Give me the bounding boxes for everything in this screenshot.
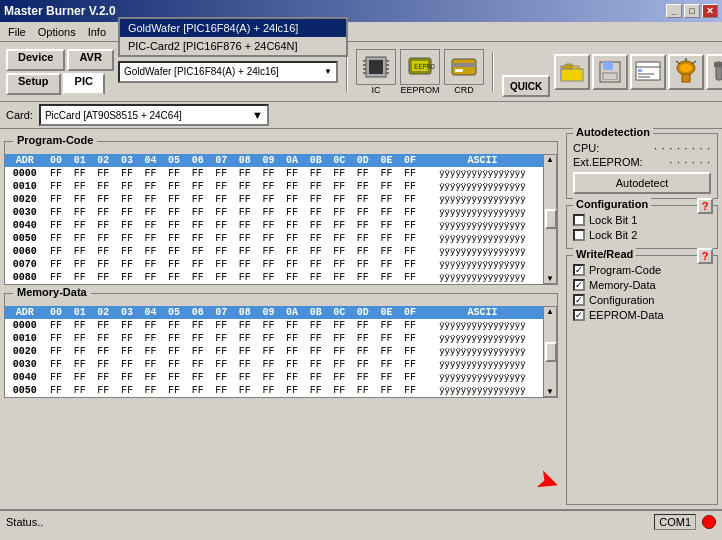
wr-eeprom-data-label: EEPROM-Data [589,309,664,321]
col-0b: 0B [304,154,328,167]
col-09: 09 [257,154,281,167]
write-read-help-button[interactable]: ? [697,248,713,264]
ext-eeprom-label: Ext.EEPROM: [573,156,643,168]
program-code-row[interactable]: 0070FFFFFFFFFFFFFFFFFFFFFFFFFFFFFFFFÿÿÿÿ… [5,258,543,271]
maximize-button[interactable]: □ [684,4,700,18]
mem-scrollbar-thumb[interactable] [545,342,557,362]
menu-options[interactable]: Options [32,24,82,40]
setup-tab[interactable]: Setup [6,73,61,95]
memory-data-scrollbar[interactable]: ▲ ▼ [543,306,557,397]
program-code-group: Program-Code ADR 00 01 02 03 04 0 [4,141,558,285]
pic-tab[interactable]: PIC [63,73,105,95]
svg-rect-15 [455,69,463,72]
svg-line-33 [692,61,696,64]
settings-icon[interactable] [630,54,666,90]
toolbar-separator-1 [346,52,348,92]
program-code-row[interactable]: 0050FFFFFFFFFFFFFFFFFFFFFFFFFFFFFFFFÿÿÿÿ… [5,232,543,245]
col-04: 04 [139,154,163,167]
wr-configuration-row: ✓ Configuration [573,294,711,306]
svg-rect-25 [638,69,642,72]
device-dropdown-popup[interactable]: GoldWafer [PIC16F84(A) + 24lc16] PIC-Car… [118,17,348,57]
col-adr: ADR [5,154,44,167]
wr-configuration-checkbox[interactable]: ✓ [573,294,585,306]
left-panel: Program-Code ADR 00 01 02 03 04 0 [0,129,562,509]
tab-group: Device AVR Setup PIC [6,49,114,95]
configuration-help-button[interactable]: ? [697,198,713,214]
wr-memory-data-label: Memory-Data [589,279,656,291]
program-code-row[interactable]: 0060FFFFFFFFFFFFFFFFFFFFFFFFFFFFFFFFÿÿÿÿ… [5,245,543,258]
col-07: 07 [209,154,233,167]
svg-rect-20 [603,62,613,70]
program-code-row[interactable]: 0080FFFFFFFFFFFFFFFFFFFFFFFFFFFFFFFFÿÿÿÿ… [5,271,543,284]
eeprom-icon[interactable]: EEPROM [400,49,440,85]
program-code-row[interactable]: 0030FFFFFFFFFFFFFFFFFFFFFFFFFFFFFFFFÿÿÿÿ… [5,206,543,219]
col-01: 01 [68,154,92,167]
menu-file[interactable]: File [2,24,32,40]
wr-eeprom-data-checkbox[interactable]: ✓ [573,309,585,321]
scrollbar-down-arrow[interactable]: ▼ [544,274,556,283]
configuration-box: Configuration ? Lock Bit 1 Lock Bit 2 [566,205,718,249]
wr-configuration-label: Configuration [589,294,654,306]
quick-button[interactable]: QUICK [502,75,550,97]
crd-icon[interactable] [444,49,484,85]
close-button[interactable]: ✕ [702,4,718,18]
program-code-row[interactable]: 0020FFFFFFFFFFFFFFFFFFFFFFFFFFFFFFFFÿÿÿÿ… [5,193,543,206]
eeprom-label: EEPROM [400,85,439,95]
svg-rect-22 [604,74,616,79]
col-08: 08 [233,154,257,167]
device-tab[interactable]: Device [6,49,65,71]
dropdown-option-2[interactable]: PIC-Card2 [PIC16F876 + 24C64N] [120,37,346,55]
ic-icon[interactable] [356,49,396,85]
device-dropdown[interactable]: GoldWafer [PIC16F84(A) + 24lc16] ▼ [118,61,338,83]
minimize-button[interactable]: _ [666,4,682,18]
autodetection-box: Autodetection CPU: · · · · · · · · Ext.E… [566,133,718,199]
wrench-icon[interactable] [706,54,722,90]
program-code-header: ADR 00 01 02 03 04 05 06 07 08 09 [5,154,543,167]
scrollbar-up-arrow[interactable]: ▲ [544,155,556,164]
com-label: COM1 [654,514,696,530]
right-panel: Autodetection CPU: · · · · · · · · Ext.E… [562,129,722,509]
program-code-row[interactable]: 0000FFFFFFFFFFFFFFFFFFFFFFFFFFFFFFFFÿÿÿÿ… [5,167,543,180]
program-code-row[interactable]: 0040FFFFFFFFFFFFFFFFFFFFFFFFFFFFFFFFÿÿÿÿ… [5,219,543,232]
col-00: 00 [44,154,68,167]
memory-data-row[interactable]: 0020FFFFFFFFFFFFFFFFFFFFFFFFFFFFFFFFÿÿÿÿ… [5,345,543,358]
open-file-icon[interactable] [554,54,590,90]
menu-info[interactable]: Info [82,24,112,40]
card-dropdown-value: PicCard [AT90S8515 + 24C64] [45,110,182,121]
memory-data-row[interactable]: 0030FFFFFFFFFFFFFFFFFFFFFFFFFFFFFFFFÿÿÿÿ… [5,358,543,371]
card-row: Card: PicCard [AT90S8515 + 24C64] ▼ [0,102,722,129]
svg-rect-17 [561,69,583,81]
dropdown-arrow-icon: ▼ [324,67,332,76]
ic-icon-group: IC [356,49,396,95]
memory-data-title: Memory-Data [13,286,91,298]
autodetect-button[interactable]: Autodetect [573,172,711,194]
card-label: Card: [6,109,33,121]
mem-scrollbar-down[interactable]: ▼ [544,387,556,396]
avr-tab[interactable]: AVR [67,49,113,71]
write-read-title: Write/Read [573,248,636,260]
memory-data-row[interactable]: 0000FFFFFFFFFFFFFFFFFFFFFFFFFFFFFFFFÿÿÿÿ… [5,319,543,332]
connection-indicator [702,515,716,529]
svg-text:EEPROM: EEPROM [414,63,435,71]
program-code-row[interactable]: 0010FFFFFFFFFFFFFFFFFFFFFFFFFFFFFFFFÿÿÿÿ… [5,180,543,193]
memory-data-row[interactable]: 0040FFFFFFFFFFFFFFFFFFFFFFFFFFFFFFFFÿÿÿÿ… [5,371,543,384]
wr-program-code-checkbox[interactable]: ✓ [573,264,585,276]
memory-data-row[interactable]: 0050FFFFFFFFFFFFFFFFFFFFFFFFFFFFFFFFÿÿÿÿ… [5,384,543,397]
toolbar-separator-2 [492,52,494,92]
card-dropdown-arrow-icon: ▼ [252,109,263,121]
lock-bit-1-checkbox[interactable] [573,214,585,226]
mem-scrollbar-up[interactable]: ▲ [544,307,556,316]
memory-data-row[interactable]: 0010FFFFFFFFFFFFFFFFFFFFFFFFFFFFFFFFÿÿÿÿ… [5,332,543,345]
wr-memory-data-checkbox[interactable]: ✓ [573,279,585,291]
col-0c: 0C [327,154,351,167]
card-dropdown[interactable]: PicCard [AT90S8515 + 24C64] ▼ [39,104,269,126]
scrollbar-thumb[interactable] [545,209,557,229]
lock-bit-2-checkbox[interactable] [573,229,585,241]
ext-eeprom-value: · · · · · · [669,157,711,168]
window-controls[interactable]: _ □ ✕ [666,4,718,18]
save-icon[interactable] [592,54,628,90]
chip-icon[interactable] [668,54,704,90]
col-0a: 0A [280,154,304,167]
program-code-scrollbar[interactable]: ▲ ▼ [543,154,557,284]
dropdown-option-1[interactable]: GoldWafer [PIC16F84(A) + 24lc16] [120,19,346,37]
